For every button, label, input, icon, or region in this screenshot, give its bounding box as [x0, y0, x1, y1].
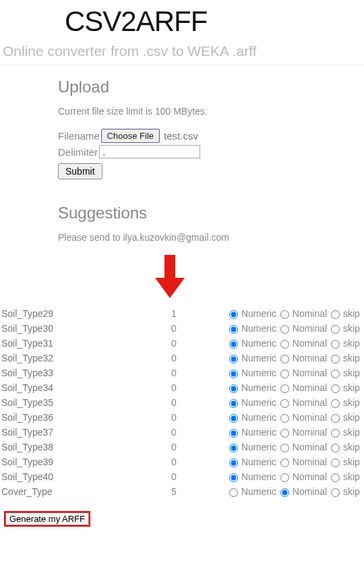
skip-radio[interactable]	[331, 325, 340, 334]
skip-radio-label[interactable]: skip	[330, 457, 360, 467]
nominal-radio[interactable]	[280, 488, 289, 497]
nominal-radio-label[interactable]: Nominal	[279, 338, 327, 349]
numeric-radio[interactable]	[229, 444, 238, 452]
nominal-radio-text: Nominal	[293, 382, 327, 393]
numeric-radio-label[interactable]: Numeric	[228, 308, 276, 319]
nominal-radio-label[interactable]: Nominal	[279, 397, 327, 408]
delimiter-input[interactable]	[99, 145, 200, 158]
numeric-radio[interactable]	[229, 310, 238, 319]
numeric-radio[interactable]	[229, 340, 238, 349]
numeric-radio-label[interactable]: Numeric	[228, 368, 276, 378]
skip-radio-label[interactable]: skip	[330, 323, 360, 334]
numeric-radio[interactable]	[229, 355, 238, 363]
table-row: Cover_Type5 Numeric Nominal skip	[0, 484, 364, 499]
numeric-radio[interactable]	[229, 488, 238, 497]
skip-radio-label[interactable]: skip	[330, 412, 360, 423]
numeric-radio[interactable]	[229, 459, 238, 467]
skip-radio-label[interactable]: skip	[330, 353, 360, 363]
skip-radio[interactable]	[331, 384, 340, 393]
nominal-radio-label[interactable]: Nominal	[279, 471, 327, 482]
submit-button[interactable]: Submit	[58, 163, 102, 179]
nominal-radio[interactable]	[280, 399, 289, 408]
attribute-name: Soil_Type40	[0, 469, 170, 484]
numeric-radio-label[interactable]: Numeric	[228, 338, 276, 349]
numeric-radio-label[interactable]: Numeric	[228, 412, 276, 423]
numeric-radio[interactable]	[229, 429, 238, 438]
svg-marker-1	[155, 278, 185, 298]
nominal-radio-label[interactable]: Nominal	[279, 323, 327, 334]
skip-radio-label[interactable]: skip	[330, 397, 360, 408]
numeric-radio-label[interactable]: Numeric	[228, 442, 276, 452]
nominal-radio[interactable]	[280, 370, 289, 378]
generate-arff-button[interactable]: Generate my ARFF	[5, 512, 89, 525]
nominal-radio[interactable]	[280, 473, 289, 482]
skip-radio-text: skip	[343, 338, 360, 349]
attribute-name: Soil_Type33	[0, 365, 170, 380]
skip-radio[interactable]	[331, 370, 340, 378]
attribute-name: Soil_Type37	[0, 425, 170, 440]
nominal-radio-label[interactable]: Nominal	[279, 412, 327, 423]
nominal-radio-label[interactable]: Nominal	[279, 353, 327, 363]
skip-radio[interactable]	[331, 355, 340, 363]
table-row: Soil_Type350 Numeric Nominal skip	[0, 395, 364, 410]
nominal-radio-label[interactable]: Nominal	[279, 368, 327, 378]
skip-radio[interactable]	[331, 310, 340, 319]
skip-radio[interactable]	[331, 473, 340, 482]
numeric-radio-label[interactable]: Numeric	[228, 486, 276, 497]
skip-radio[interactable]	[331, 414, 340, 423]
skip-radio-label[interactable]: skip	[330, 382, 360, 393]
nominal-radio[interactable]	[280, 429, 289, 438]
nominal-radio-label[interactable]: Nominal	[279, 382, 327, 393]
attribute-name: Soil_Type35	[0, 395, 170, 410]
nominal-radio[interactable]	[280, 384, 289, 393]
nominal-radio-label[interactable]: Nominal	[279, 427, 327, 438]
numeric-radio-label[interactable]: Numeric	[228, 382, 276, 393]
skip-radio[interactable]	[331, 429, 340, 438]
nominal-radio-text: Nominal	[293, 427, 327, 438]
nominal-radio[interactable]	[280, 414, 289, 423]
nominal-radio[interactable]	[280, 325, 289, 334]
nominal-radio[interactable]	[280, 340, 289, 349]
nominal-radio-label[interactable]: Nominal	[279, 442, 327, 452]
numeric-radio[interactable]	[229, 473, 238, 482]
svg-rect-0	[164, 255, 175, 279]
choose-file-button[interactable]: Choose File	[101, 129, 160, 143]
numeric-radio[interactable]	[229, 384, 238, 393]
nominal-radio-text: Nominal	[293, 412, 327, 423]
skip-radio-label[interactable]: skip	[330, 442, 360, 452]
nominal-radio[interactable]	[280, 355, 289, 363]
skip-radio[interactable]	[331, 444, 340, 452]
table-row: Soil_Type340 Numeric Nominal skip	[0, 380, 364, 395]
numeric-radio-label[interactable]: Numeric	[228, 427, 276, 438]
skip-radio[interactable]	[331, 488, 340, 497]
nominal-radio-label[interactable]: Nominal	[279, 308, 327, 319]
nominal-radio-label[interactable]: Nominal	[279, 457, 327, 467]
numeric-radio-label[interactable]: Numeric	[228, 471, 276, 482]
skip-radio-label[interactable]: skip	[330, 368, 360, 378]
skip-radio-label[interactable]: skip	[330, 471, 360, 482]
skip-radio-label[interactable]: skip	[330, 486, 360, 497]
skip-radio-label[interactable]: skip	[330, 308, 360, 319]
nominal-radio[interactable]	[280, 310, 289, 319]
numeric-radio[interactable]	[229, 370, 238, 378]
numeric-radio-label[interactable]: Numeric	[228, 397, 276, 408]
numeric-radio[interactable]	[229, 399, 238, 408]
nominal-radio-label[interactable]: Nominal	[279, 486, 327, 497]
numeric-radio-label[interactable]: Numeric	[228, 353, 276, 363]
suggestions-text: Please send to ilya.kuzovkin@gmail.com	[58, 232, 364, 243]
suggestions-heading: Suggestions	[58, 204, 364, 223]
skip-radio[interactable]	[331, 399, 340, 408]
numeric-radio-label[interactable]: Numeric	[228, 457, 276, 467]
attribute-name: Soil_Type36	[0, 410, 170, 425]
numeric-radio[interactable]	[229, 325, 238, 334]
numeric-radio-label[interactable]: Numeric	[228, 323, 276, 334]
skip-radio-label[interactable]: skip	[330, 338, 360, 349]
numeric-radio[interactable]	[229, 414, 238, 423]
nominal-radio[interactable]	[280, 459, 289, 467]
skip-radio[interactable]	[331, 340, 340, 349]
skip-radio[interactable]	[331, 459, 340, 467]
attributes-table: Soil_Type291 Numeric Nominal skip Soil_T…	[0, 306, 364, 499]
skip-radio-label[interactable]: skip	[330, 427, 360, 438]
attribute-options: Numeric Nominal skip	[226, 306, 364, 321]
nominal-radio[interactable]	[280, 444, 289, 452]
